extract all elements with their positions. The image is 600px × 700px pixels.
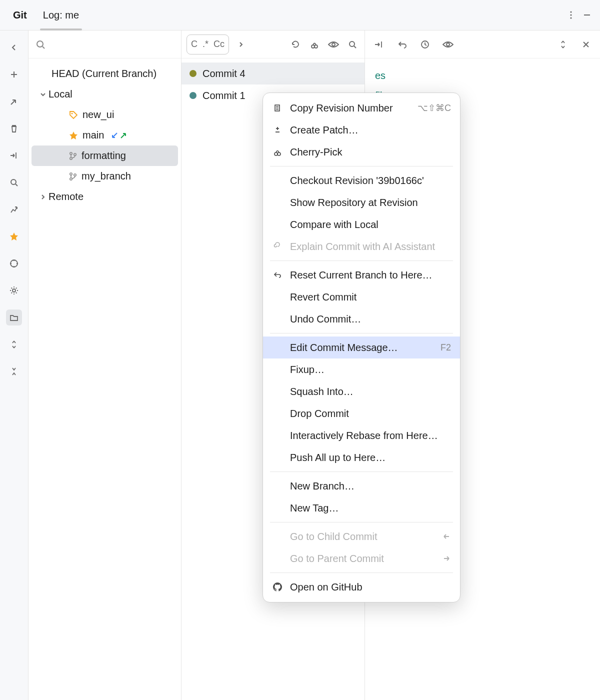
menu-separator — [270, 333, 453, 334]
star-icon[interactable] — [6, 228, 22, 244]
head-label: HEAD (Current Branch) — [52, 68, 156, 80]
menu-push-all[interactable]: Push All up to Here… — [263, 446, 460, 468]
menu-new-branch[interactable]: New Branch… — [263, 475, 460, 497]
menu-drop-commit[interactable]: Drop Commit — [263, 402, 460, 424]
arrow-into-icon[interactable] — [6, 148, 22, 164]
commit-row[interactable]: Commit 4 — [182, 62, 364, 84]
menu-label: New Branch… — [290, 480, 451, 492]
eye-icon[interactable] — [326, 41, 340, 48]
chevron-left-icon[interactable] — [6, 40, 22, 56]
graph-icon[interactable] — [6, 202, 22, 218]
menu-label: Go to Parent Commit — [290, 553, 435, 564]
chevron-right-icon — [38, 194, 48, 200]
svg-point-37 — [274, 152, 278, 156]
collapse-vertical-icon[interactable] — [6, 364, 22, 380]
branch-new-ui[interactable]: new_ui — [28, 104, 181, 125]
menu-edit-commit-message[interactable]: Edit Commit Message… F2 — [263, 336, 460, 358]
menu-checkout-revision[interactable]: Checkout Revision '39b0166c' — [263, 170, 460, 192]
minimize-icon[interactable] — [579, 7, 595, 23]
filter-box[interactable]: C .* Cc — [186, 34, 229, 54]
svg-line-15 — [42, 46, 44, 48]
github-icon — [272, 582, 283, 592]
menu-label: Go to Child Commit — [290, 531, 435, 542]
svg-point-21 — [70, 178, 72, 180]
commit-label: Commit 4 — [202, 68, 246, 80]
tree-local[interactable]: Local — [28, 84, 181, 104]
branches-tree: HEAD (Current Branch) Local new_ui main — [28, 58, 181, 207]
menu-interactive-rebase[interactable]: Interactively Rebase from Here… — [263, 424, 460, 446]
branch-search-row — [28, 30, 181, 58]
menu-squash-into[interactable]: Squash Into… — [263, 380, 460, 402]
trash-icon[interactable] — [6, 120, 22, 136]
menu-separator — [270, 522, 453, 522]
menu-label: Squash Into… — [290, 386, 451, 398]
plus-icon[interactable] — [6, 66, 22, 82]
svg-point-17 — [70, 152, 72, 154]
folder-icon[interactable] — [6, 310, 22, 326]
expand-vertical-icon[interactable] — [6, 336, 22, 352]
menu-cherry-pick[interactable]: Cherry-Pick — [263, 141, 460, 163]
menu-label: Drop Commit — [290, 408, 451, 420]
arrow-into-icon[interactable] — [372, 40, 386, 49]
details-toolbar — [365, 30, 600, 58]
svg-point-13 — [12, 289, 16, 292]
branch-main[interactable]: main — [28, 125, 181, 146]
menu-show-repo[interactable]: Show Repository at Revision — [263, 192, 460, 214]
more-vertical-icon[interactable] — [563, 7, 579, 23]
refresh-icon[interactable] — [288, 40, 302, 50]
menu-fixup[interactable]: Fixup… — [263, 358, 460, 380]
menu-label: New Tag… — [290, 502, 451, 514]
search-icon[interactable] — [6, 174, 22, 190]
tab-git[interactable]: Git — [5, 0, 35, 30]
svg-point-0 — [570, 11, 572, 12]
menu-copy-revision[interactable]: Copy Revision Number ⌥⇧⌘C — [263, 97, 460, 119]
plus-minus-icon — [272, 126, 283, 134]
commit-dot-icon — [190, 70, 196, 77]
branch-label: main — [82, 130, 104, 141]
chevron-down-icon — [38, 91, 48, 98]
menu-compare-local[interactable]: Compare with Local — [263, 214, 460, 236]
svg-point-6 — [11, 180, 16, 184]
menu-label: Reset Current Branch to Here… — [290, 270, 451, 281]
remote-label: Remote — [48, 191, 84, 202]
close-icon[interactable] — [579, 40, 593, 48]
menu-go-parent: Go to Parent Commit — [263, 548, 460, 570]
undo-icon[interactable] — [395, 40, 409, 49]
branch-my-branch[interactable]: my_branch — [28, 166, 181, 186]
tab-log[interactable]: Log: me — [35, 0, 87, 30]
menu-separator — [270, 572, 453, 573]
svg-line-27 — [354, 46, 356, 48]
target-icon[interactable] — [6, 256, 22, 272]
menu-separator — [270, 166, 453, 166]
branch-icon — [68, 172, 78, 181]
menu-undo-commit[interactable]: Undo Commit… — [263, 308, 460, 330]
expand-vertical-icon[interactable] — [556, 40, 570, 50]
svg-point-22 — [74, 174, 76, 176]
menu-label: Undo Commit… — [290, 314, 451, 325]
branch-formatting[interactable]: formatting — [32, 146, 178, 166]
svg-point-8 — [10, 260, 18, 267]
menu-new-tag[interactable]: New Tag… — [263, 497, 460, 519]
clock-icon[interactable] — [418, 40, 432, 50]
search-icon[interactable] — [36, 40, 46, 50]
chevron-right-icon[interactable] — [234, 41, 248, 48]
menu-label: Edit Commit Message… — [290, 342, 434, 354]
file-row[interactable]: es — [375, 66, 590, 86]
eye-icon[interactable] — [441, 41, 455, 48]
menu-label: Checkout Revision '39b0166c' — [290, 175, 451, 186]
left-rail — [0, 30, 28, 700]
tree-head[interactable]: HEAD (Current Branch) — [28, 64, 181, 84]
gear-icon[interactable] — [6, 282, 22, 298]
menu-open-github[interactable]: Open on GitHub — [263, 576, 460, 598]
commit-context-menu: Copy Revision Number ⌥⇧⌘C Create Patch… … — [262, 92, 460, 602]
incoming-arrow-icon[interactable] — [6, 94, 22, 110]
search-icon[interactable] — [346, 40, 360, 49]
svg-point-20 — [70, 172, 72, 174]
menu-revert-commit[interactable]: Revert Commit — [263, 286, 460, 308]
menu-reset-branch[interactable]: Reset Current Branch to Here… — [263, 264, 460, 286]
tree-remote[interactable]: Remote — [28, 186, 181, 207]
cherry-pick-icon[interactable] — [308, 40, 322, 50]
menu-create-patch[interactable]: Create Patch… — [263, 119, 460, 141]
menu-label: Fixup… — [290, 364, 451, 376]
spiral-icon — [272, 242, 283, 251]
